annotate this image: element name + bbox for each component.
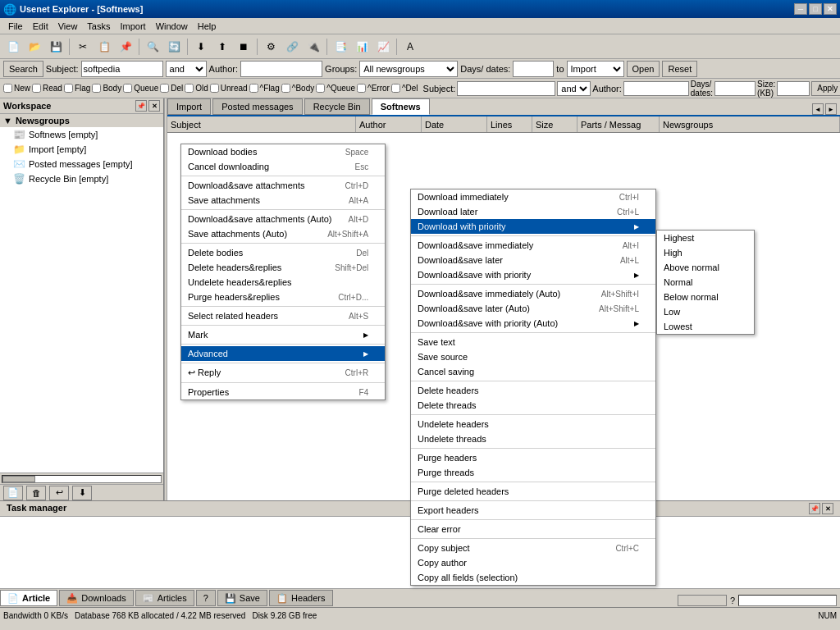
col-newsgroups[interactable]: Newsgroups [660, 116, 840, 132]
ctx-downloadsave-immediately[interactable]: Download&save immediately Alt+I [411, 238, 655, 253]
maximize-button[interactable]: □ [809, 3, 822, 15]
body-filter[interactable]: Body [92, 84, 121, 93]
tab-softnews[interactable]: Softnews [372, 98, 430, 115]
menu-file[interactable]: File [3, 20, 28, 33]
ctx-clear-error[interactable]: Clear error [411, 522, 655, 536]
ctx-reply[interactable]: ↩ Reply Ctrl+R [181, 365, 385, 381]
body2-filter[interactable]: ^Body [281, 84, 315, 93]
import-select[interactable]: Import [567, 61, 624, 77]
ctx-download-save-auto[interactable]: Download&save attachments (Auto) Alt+D [181, 212, 385, 226]
ctx-undelete-headers[interactable]: Undelete headers&replies [181, 275, 385, 290]
toolbar-connect-btn[interactable]: 🔗 [282, 37, 302, 57]
priority-normal[interactable]: Normal [657, 275, 754, 290]
read-filter[interactable]: Read [32, 84, 62, 93]
del-filter[interactable]: Del [160, 84, 183, 93]
task-pin-btn[interactable]: 📌 [809, 503, 820, 514]
author2-input[interactable] [623, 81, 689, 96]
toolbar-download-btn[interactable]: ⬇ [191, 37, 211, 57]
menu-view[interactable]: View [53, 20, 83, 33]
bottom-tab-help[interactable]: ? [196, 590, 216, 606]
ctx-downloadsave-later-auto[interactable]: Download&save later (Auto) Alt+Shift+L [411, 301, 655, 316]
ctx-advanced[interactable]: Advanced ▶ [181, 346, 385, 361]
ctx-download-immediately[interactable]: Download immediately Ctrl+I [411, 189, 655, 204]
ctx-purge-headers[interactable]: Purge headers&replies Ctrl+D... [181, 290, 385, 304]
toolbar-font-btn[interactable]: A [400, 37, 420, 57]
ctx-download-priority[interactable]: Download with priority ▶ [411, 219, 655, 234]
bottom-tab-downloads[interactable]: 📥 Downloads [59, 590, 133, 606]
priority-high[interactable]: High [657, 245, 754, 260]
menu-import[interactable]: Import [115, 20, 150, 33]
ctx-downloadsave-priority[interactable]: Download&save with priority ▶ [411, 267, 655, 282]
sidebar-btn1[interactable]: 📄 [3, 486, 23, 500]
queue-filter[interactable]: Queue [123, 84, 158, 93]
toolbar-copy-btn[interactable]: 📋 [94, 37, 114, 57]
ctx-downloadsave-immediately-auto[interactable]: Download&save immediately (Auto) Alt+Shi… [411, 286, 655, 301]
priority-lowest[interactable]: Lowest [657, 319, 754, 334]
new-filter[interactable]: New [3, 84, 30, 93]
toolbar-search-btn[interactable]: 🔍 [143, 37, 162, 57]
groups-select[interactable]: All newsgroups [359, 61, 458, 77]
toolbar-upload-btn[interactable]: ⬆ [212, 37, 232, 57]
ctx-properties[interactable]: Properties F4 [181, 385, 385, 399]
ctx-save-attachments[interactable]: Save attachments Alt+A [181, 193, 385, 208]
sidebar-pin-btn[interactable]: 📌 [135, 100, 147, 112]
and-select[interactable]: and or [166, 61, 207, 77]
sidebar-close-btn[interactable]: ✕ [148, 100, 160, 112]
col-size[interactable]: Size [532, 116, 578, 132]
flag-filter[interactable]: Flag [64, 84, 90, 93]
ctx-downloadsave-priority-auto[interactable]: Download&save with priority (Auto) ▶ [411, 316, 655, 331]
sidebar-btn2[interactable]: 🗑 [26, 486, 46, 500]
days-input[interactable] [513, 61, 554, 77]
ctx-export-headers[interactable]: Export headers [411, 503, 655, 518]
toolbar-settings-btn[interactable]: ⚙ [261, 37, 281, 57]
ctx-download-save-attachments[interactable]: Download&save attachments Ctrl+D [181, 178, 385, 193]
flag2-filter[interactable]: ^Flag [249, 84, 280, 93]
col-lines[interactable]: Lines [487, 116, 532, 132]
ctx-copy-all-fields[interactable]: Copy all fields (selection) [411, 570, 655, 585]
menu-edit[interactable]: Edit [28, 20, 53, 33]
unread-filter[interactable]: Unread [210, 84, 248, 93]
close-button[interactable]: ✕ [824, 3, 837, 15]
size-input[interactable] [777, 81, 810, 96]
toolbar-extra3-btn[interactable]: 📈 [373, 37, 393, 57]
ctx-save-auto[interactable]: Save attachments (Auto) Alt+Shift+A [181, 226, 385, 241]
subject2-input[interactable] [457, 81, 555, 96]
toolbar-new-btn[interactable]: 📄 [3, 37, 23, 57]
bottom-tab-headers[interactable]: 📋 Headers [269, 590, 333, 606]
col-parts[interactable]: Parts / Messag [578, 116, 660, 132]
toolbar-stop-btn[interactable]: ⏹ [234, 37, 253, 57]
toolbar-cut-btn[interactable]: ✂ [73, 37, 93, 57]
ctx-purge-threads[interactable]: Purge threads [411, 465, 655, 480]
subject-input[interactable] [81, 61, 163, 77]
col-subject[interactable]: Subject [167, 116, 356, 132]
toolbar-disconnect-btn[interactable]: 🔌 [304, 37, 323, 57]
ctx-delete-threads[interactable]: Delete threads [411, 398, 655, 413]
ctx-cancel-downloading[interactable]: Cancel downloading Esc [181, 159, 385, 174]
ctx-purge-deleted[interactable]: Purge deleted headers [411, 484, 655, 499]
question-mark[interactable]: ? [730, 596, 735, 605]
toolbar-open-btn[interactable]: 📂 [25, 37, 44, 57]
search-button[interactable]: Search [3, 61, 43, 77]
sidebar-item-softnews[interactable]: 📰 Softnews [empty] [0, 127, 163, 142]
ctx-download-later[interactable]: Download later Ctrl+L [411, 204, 655, 219]
days2-input[interactable] [714, 81, 756, 96]
ctx-purge-headers2[interactable]: Purge headers [411, 450, 655, 465]
ctx-delete-headers[interactable]: Delete headers&replies Shift+Del [181, 260, 385, 275]
ctx-save-source[interactable]: Save source [411, 349, 655, 364]
ctx-copy-subject[interactable]: Copy subject Ctrl+C [411, 541, 655, 555]
toolbar-extra1-btn[interactable]: 📑 [331, 37, 350, 57]
sidebar-item-posted[interactable]: ✉️ Posted messages [empty] [0, 157, 163, 171]
ctx-delete-headers2[interactable]: Delete headers [411, 383, 655, 398]
ctx-cancel-saving[interactable]: Cancel saving [411, 364, 655, 379]
sidebar-btn4[interactable]: ⬇ [72, 486, 92, 500]
priority-above-normal[interactable]: Above normal [657, 260, 754, 275]
priority-highest[interactable]: Highest [657, 231, 754, 245]
open-button[interactable]: Open [627, 61, 660, 77]
ctx-save-text[interactable]: Save text [411, 335, 655, 349]
toolbar-extra2-btn[interactable]: 📊 [352, 37, 372, 57]
toolbar-paste-btn[interactable]: 📌 [116, 37, 135, 57]
sidebar-btn3[interactable]: ↩ [49, 486, 69, 500]
tab-import[interactable]: Import [167, 98, 211, 115]
ctx-undelete-headers2[interactable]: Undelete headers [411, 417, 655, 431]
reset-button[interactable]: Reset [662, 61, 697, 77]
